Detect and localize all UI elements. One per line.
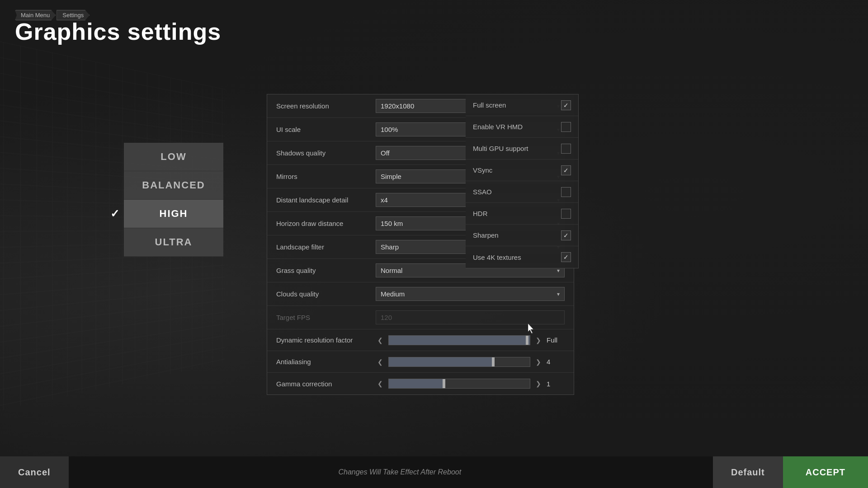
settings-label-0: Screen resolution [276,102,376,110]
checkbox-6[interactable]: ✓ [561,230,571,240]
settings-label-3: Mirrors [276,173,376,180]
right-buttons: Default ACCEPT [713,456,868,488]
checkbox-0[interactable]: ✓ [561,100,571,110]
right-panel: Full screen✓Enable VR HMDMulti GPU suppo… [466,94,579,268]
slider-left-arrow-10[interactable]: ❮ [376,336,385,345]
accept-button[interactable]: ACCEPT [783,456,868,488]
checkbox-1[interactable] [561,122,571,132]
checkbox-row-4: SSAO [466,181,578,203]
dropdown-9: 120 [376,310,565,324]
dropdown-value-1: 100% [381,126,398,133]
checkbox-label-2: Multi GPU support [473,145,528,152]
slider-track-12[interactable] [388,379,530,389]
slider-track-11[interactable] [388,357,530,367]
checkbox-row-2: Multi GPU support [466,138,578,160]
checkmark-icon: ✓ [563,232,569,239]
page-title: Graphics settings [15,18,221,45]
preset-container: LOW BALANCED ✓ HIGH ULTRA [124,143,223,257]
settings-row-9: Target FPS120 [267,306,574,329]
slider-left-arrow-11[interactable]: ❮ [376,357,385,366]
settings-label-7: Grass quality [276,267,376,274]
settings-row-8: Clouds qualityMedium▾ [267,282,574,306]
slider-track-10[interactable] [388,335,530,345]
checkbox-row-1: Enable VR HMD [466,116,578,138]
checkbox-4[interactable] [561,187,571,197]
dropdown-value-3: Simple [381,173,401,180]
dropdown-value-5: 150 km [381,220,403,227]
checkbox-3[interactable]: ✓ [561,165,571,175]
slider-right-arrow-10[interactable]: ❯ [534,336,543,345]
dropdown-8[interactable]: Medium▾ [376,287,565,301]
settings-row-12: Gamma correction❮❯1 [267,373,574,394]
checkmark-icon: ✓ [110,207,120,220]
slider-value-12: 1 [547,380,565,388]
slider-left-arrow-12[interactable]: ❮ [376,379,385,388]
slider-value-10: Full [547,336,565,344]
cancel-button[interactable]: Cancel [0,456,69,488]
checkmark-icon: ✓ [563,167,569,174]
chevron-down-icon: ▾ [557,291,560,297]
checkbox-label-1: Enable VR HMD [473,123,523,131]
dropdown-value-4: x4 [381,196,388,204]
settings-label-11: Antialiasing [276,358,376,366]
checkbox-7[interactable]: ✓ [561,252,571,262]
checkbox-row-0: Full screen✓ [466,94,578,116]
slider-value-11: 4 [547,358,565,366]
checkbox-row-6: Sharpen✓ [466,225,578,246]
dropdown-value-7: Normal [381,267,402,274]
settings-label-12: Gamma correction [276,380,376,388]
slider-thumb-12 [443,379,445,388]
slider-control-10: ❮❯Full [376,335,565,345]
settings-label-4: Distant landscape detail [276,196,376,204]
slider-right-arrow-11[interactable]: ❯ [534,357,543,366]
slider-right-arrow-12[interactable]: ❯ [534,379,543,388]
bottom-bar: Cancel Changes Will Take Effect After Re… [0,456,868,488]
slider-fill-11 [389,357,495,366]
dropdown-value-2: Off [381,149,390,157]
default-button[interactable]: Default [713,456,783,488]
checkmark-icon: ✓ [563,253,569,261]
checkbox-row-7: Use 4K textures✓ [466,246,578,268]
slider-fill-12 [389,379,445,388]
checkmark-icon: ✓ [563,102,569,109]
slider-control-11: ❮❯4 [376,357,565,367]
slider-control-12: ❮❯1 [376,379,565,389]
settings-label-8: Clouds quality [276,290,376,298]
checkbox-label-4: SSAO [473,188,492,196]
settings-label-2: Shadows quality [276,149,376,157]
preset-low[interactable]: LOW [124,143,223,171]
preset-ultra[interactable]: ULTRA [124,228,223,257]
checkbox-row-5: HDR [466,203,578,225]
dropdown-value-0: 868x488 [381,102,414,110]
dropdown-value-9: 120 [381,314,392,321]
checkbox-label-0: Full screen [473,101,506,109]
checkbox-row-3: VSync✓ [466,160,578,181]
settings-label-1: UI scale [276,126,376,133]
settings-label-5: Horizon draw distance [276,220,376,227]
checkbox-label-7: Use 4K textures [473,253,521,261]
checkbox-label-6: Sharpen [473,231,499,239]
preset-high[interactable]: ✓ HIGH [124,200,223,228]
slider-fill-10 [389,336,530,345]
slider-thumb-11 [492,357,495,366]
dropdown-value-8: Medium [381,290,405,298]
settings-label-10: Dynamic resolution factor [276,336,376,344]
changes-notice: Changes Will Take Effect After Reboot [320,468,461,476]
checkbox-label-5: HDR [473,210,488,217]
settings-row-10: Dynamic resolution factor❮❯Full [267,329,574,351]
settings-label-9: Target FPS [276,314,376,321]
checkbox-label-3: VSync [473,166,492,174]
settings-row-11: Antialiasing❮❯4 [267,351,574,373]
main-content: Main Menu Settings Graphics settings LOW… [0,0,868,488]
slider-thumb-10 [526,336,528,345]
settings-label-6: Landscape filter [276,243,376,251]
checkbox-5[interactable] [561,209,571,219]
dropdown-value-6: Sharp [381,243,399,251]
preset-balanced[interactable]: BALANCED [124,171,223,200]
checkbox-2[interactable] [561,144,571,154]
